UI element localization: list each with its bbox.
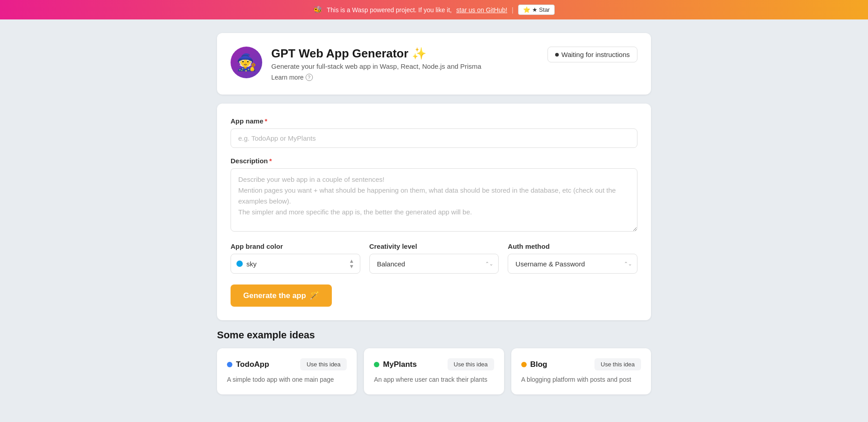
form-card: App name* Description* App brand color s… [217, 104, 651, 320]
example-card-todo: TodoApp Use this idea A simple todo app … [217, 348, 357, 394]
required-star-name: * [265, 117, 268, 125]
myplants-color-dot [374, 362, 379, 367]
auth-label: Auth method [508, 242, 637, 250]
banner-separator: | [512, 6, 514, 14]
creativity-group: Creativity level Balanced Creative Preci… [369, 242, 499, 274]
main-content: 🧙 GPT Web App Generator ✨ Generate your … [208, 19, 660, 408]
example-name-blog: Blog [521, 360, 547, 369]
app-name-group: App name* [231, 117, 637, 148]
status-badge: Waiting for instructions [547, 47, 637, 62]
example-name-todo: TodoApp [227, 360, 269, 369]
creativity-label: Creativity level [369, 242, 499, 250]
example-header-todo: TodoApp Use this idea [227, 358, 347, 370]
wand-icon: 🪄 [310, 291, 319, 300]
logo-emoji: 🧙 [236, 53, 257, 72]
example-card-myplants: MyPlants Use this idea An app where user… [364, 348, 504, 394]
sparkle-icon: ✨ [412, 47, 426, 61]
star-icon: ⭐ [523, 6, 530, 13]
info-icon: ? [306, 74, 313, 81]
use-idea-myplants[interactable]: Use this idea [448, 358, 494, 370]
todo-color-dot [227, 362, 232, 367]
example-name-myplants: MyPlants [374, 360, 417, 369]
brand-color-label: App brand color [231, 242, 360, 250]
example-desc-myplants: An app where user can track their plants [374, 375, 494, 384]
github-link[interactable]: star us on GitHub! [456, 6, 507, 14]
examples-grid: TodoApp Use this idea A simple todo app … [217, 348, 651, 394]
selects-row: App brand color sky red green purple ora… [231, 242, 637, 274]
brand-color-select-wrapper[interactable]: sky red green purple orange ▲▼ [231, 254, 360, 274]
blog-color-dot [521, 362, 527, 367]
header-card: 🧙 GPT Web App Generator ✨ Generate your … [217, 33, 651, 95]
creativity-select-box: Balanced Creative Precise [369, 254, 499, 274]
app-title-text: GPT Web App Generator [271, 47, 408, 61]
app-name-label: App name* [231, 117, 637, 125]
star-button[interactable]: ⭐ ★ Star [518, 5, 555, 15]
app-logo: 🧙 [231, 47, 262, 78]
banner-text: This is a Wasp powered project. If you l… [327, 6, 452, 14]
examples-section: Some example ideas TodoApp Use this idea… [217, 329, 651, 394]
auth-select-box: Username & Password Email & Password Non… [508, 254, 637, 274]
brand-color-select[interactable]: sky red green purple orange [246, 260, 346, 268]
generate-button[interactable]: Generate the app 🪄 [231, 284, 332, 307]
example-header-blog: Blog Use this idea [521, 358, 641, 370]
app-name-input[interactable] [231, 128, 637, 148]
examples-title: Some example ideas [217, 329, 651, 341]
generate-label: Generate the app [243, 291, 306, 300]
status-text: Waiting for instructions [561, 51, 630, 58]
select-arrows-color: ▲▼ [349, 258, 354, 269]
use-idea-todo[interactable]: Use this idea [300, 358, 347, 370]
header-info: GPT Web App Generator ✨ Generate your fu… [271, 47, 538, 81]
learn-more-text: Learn more [271, 74, 304, 81]
wasp-icon: 🐝 [313, 5, 322, 14]
color-dot [236, 261, 243, 267]
use-idea-blog[interactable]: Use this idea [594, 358, 641, 370]
description-label: Description* [231, 157, 637, 165]
auth-group: Auth method Username & Password Email & … [508, 242, 637, 274]
status-dot [555, 53, 559, 57]
brand-color-group: App brand color sky red green purple ora… [231, 242, 360, 274]
header-title: GPT Web App Generator ✨ [271, 47, 538, 61]
description-group: Description* [231, 157, 637, 233]
example-desc-todo: A simple todo app with one main page [227, 375, 347, 384]
creativity-select[interactable]: Balanced Creative Precise [369, 254, 499, 274]
description-textarea[interactable] [231, 168, 637, 232]
example-card-blog: Blog Use this idea A blogging platform w… [511, 348, 651, 394]
top-banner: 🐝 This is a Wasp powered project. If you… [0, 0, 868, 19]
header-subtitle: Generate your full-stack web app in Wasp… [271, 62, 538, 70]
required-star-desc: * [269, 157, 272, 165]
auth-select[interactable]: Username & Password Email & Password Non… [508, 254, 637, 274]
example-desc-blog: A blogging platform with posts and post [521, 375, 641, 384]
learn-more-link[interactable]: Learn more ? [271, 74, 538, 81]
example-header-myplants: MyPlants Use this idea [374, 358, 494, 370]
